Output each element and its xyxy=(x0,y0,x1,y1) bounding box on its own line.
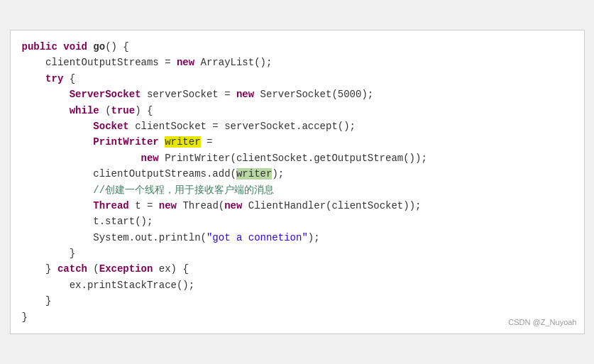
keyword-new-1: new xyxy=(177,57,194,68)
keyword-new-4: new xyxy=(159,200,177,211)
watermark: CSDN @Z_Nuyoah xyxy=(508,316,576,329)
code-line-17: } xyxy=(22,293,573,309)
code-line-5: while (true) { xyxy=(22,103,573,118)
keyword-try: try xyxy=(45,73,63,84)
code-line-6: Socket clientSocket = serverSocket.accep… xyxy=(22,118,573,134)
type-printwriter: PrintWriter xyxy=(93,136,158,148)
type-serversocket: ServerSocket xyxy=(70,89,141,100)
keyword-while: while xyxy=(70,105,99,116)
keyword-new-3: new xyxy=(141,153,159,164)
method-go: go xyxy=(93,41,105,53)
code-line-15: } catch (Exception ex) { xyxy=(22,261,573,277)
code-line-12: t.start(); xyxy=(22,214,573,229)
code-line-7: PrintWriter writer = xyxy=(22,134,573,150)
highlight-writer-decl: writer xyxy=(165,136,200,148)
code-line-16: ex.printStackTrace(); xyxy=(22,277,573,293)
code-line-1: public void go() { xyxy=(22,39,573,55)
code-line-14: } xyxy=(22,246,573,261)
type-exception: Exception xyxy=(99,263,153,275)
type-thread: Thread xyxy=(93,200,128,211)
code-line-9: clientOutputStreams.add(writer); xyxy=(22,166,573,182)
code-line-10: //创建一个线程，用于接收客户端的消息 xyxy=(22,182,573,198)
code-line-8: new PrintWriter(clientSocket.getOutputSt… xyxy=(22,150,573,166)
code-line-4: ServerSocket serverSocket = new ServerSo… xyxy=(22,87,573,102)
string-got-connection: "got a connetion" xyxy=(207,232,308,243)
code-block: public void go() { clientOutputStreams =… xyxy=(10,30,585,334)
code-line-13: System.out.println("got a connetion"); xyxy=(22,230,573,246)
keyword-public: public xyxy=(22,41,57,53)
keyword-new-5: new xyxy=(224,200,242,211)
keyword-catch: catch xyxy=(57,263,87,275)
type-socket: Socket xyxy=(93,121,128,132)
code-line-3: try { xyxy=(22,71,573,87)
code-line-2: clientOutputStreams = new ArrayList(); xyxy=(22,55,573,70)
keyword-void: void xyxy=(63,41,87,53)
keyword-true: true xyxy=(111,105,136,116)
code-line-18: } xyxy=(22,309,573,325)
highlight-writer-use: writer xyxy=(236,168,272,180)
comment-thread: //创建一个线程，用于接收客户端的消息 xyxy=(93,184,274,196)
keyword-new-2: new xyxy=(236,89,254,100)
code-line-11: Thread t = new Thread(new ClientHandler(… xyxy=(22,198,573,214)
